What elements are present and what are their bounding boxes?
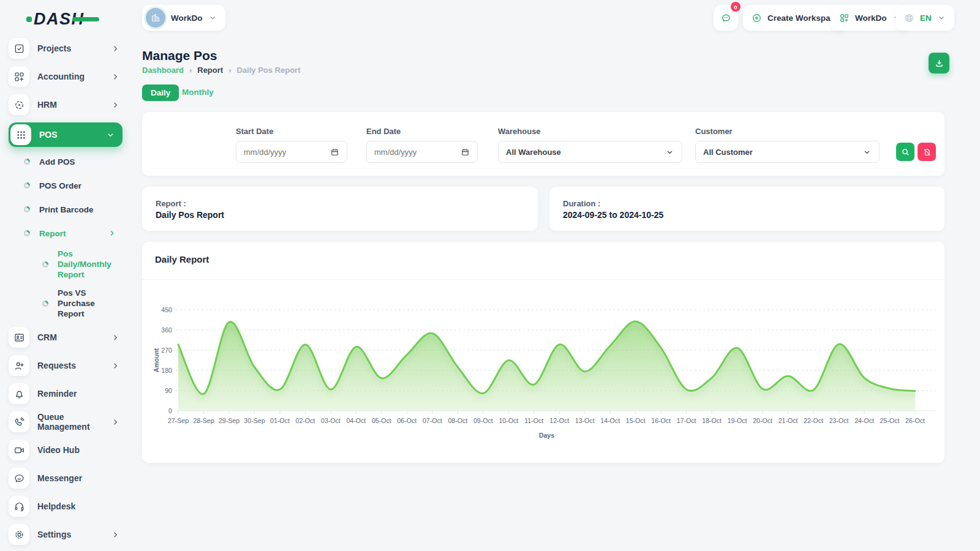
x-tick-label: 11-Oct bbox=[524, 417, 543, 424]
tab-monthly[interactable]: Monthly bbox=[182, 88, 214, 97]
language-selector[interactable]: EN bbox=[895, 5, 954, 31]
sidebar-subitem-pos-vs-purchase-report[interactable]: Pos VS Purchase Report bbox=[42, 288, 123, 319]
sidebar-subitem-label: Pos Daily/Monthly Report bbox=[58, 249, 123, 280]
breadcrumb: Dashboard › Report › Daily Pos Report bbox=[142, 66, 301, 75]
sidebar-subitem-label: POS Order bbox=[39, 181, 81, 191]
x-tick-label: 15-Oct bbox=[626, 417, 646, 424]
chevron-right-icon bbox=[111, 333, 120, 342]
x-tick-label: 19-Oct bbox=[728, 417, 747, 424]
x-tick-label: 22-Oct bbox=[804, 417, 823, 424]
sidebar-subitem-pos-daily-monthly-report[interactable]: Pos Daily/Monthly Report bbox=[42, 249, 123, 280]
x-tick-label: 30-Sep bbox=[244, 417, 265, 424]
sidebar-item-label: HRM bbox=[37, 100, 111, 110]
y-tick-label: 180 bbox=[161, 367, 172, 374]
gear-icon bbox=[13, 529, 25, 541]
check-square-icon bbox=[13, 43, 25, 54]
x-tick-label: 28-Sep bbox=[193, 417, 214, 424]
y-tick-label: 270 bbox=[161, 347, 172, 354]
y-tick-label: 360 bbox=[161, 326, 172, 334]
sidebar-item-video-hub[interactable]: Video Hub bbox=[9, 440, 123, 460]
sidebar-item-messenger[interactable]: Messenger bbox=[9, 468, 123, 489]
id-card-icon bbox=[13, 332, 25, 343]
sidebar-item-settings[interactable]: Settings bbox=[9, 524, 123, 545]
globe-icon bbox=[904, 13, 914, 23]
bell-icon bbox=[13, 388, 25, 400]
x-tick-label: 07-Oct bbox=[423, 417, 442, 424]
divider bbox=[142, 279, 944, 280]
warehouse-select-value: All Warehouse bbox=[506, 148, 561, 157]
x-tick-label: 01-Oct bbox=[270, 417, 290, 424]
messages-button[interactable]: 0 bbox=[714, 5, 738, 31]
page-title: Manage Pos bbox=[142, 48, 217, 63]
x-axis-title: Days bbox=[539, 432, 554, 439]
sidebar-subitem-pos-order[interactable]: POS Order bbox=[23, 177, 123, 194]
x-tick-label: 26-Oct bbox=[905, 417, 925, 424]
breadcrumb-separator: › bbox=[228, 66, 231, 75]
sidebar-item-requests[interactable]: Requests bbox=[9, 355, 123, 376]
sidebar-item-label: Projects bbox=[37, 43, 111, 53]
breadcrumb-report-link[interactable]: Report bbox=[197, 66, 223, 75]
breadcrumb-dashboard-link[interactable]: Dashboard bbox=[142, 66, 184, 75]
x-tick-label: 13-Oct bbox=[575, 417, 595, 424]
x-tick-label: 23-Oct bbox=[829, 417, 849, 424]
chevron-right-icon bbox=[111, 100, 120, 110]
sidebar-item-queue-management[interactable]: Queue Management bbox=[9, 411, 123, 432]
start-date-input[interactable] bbox=[244, 148, 330, 157]
create-workspace-label: Create Workspace bbox=[767, 13, 840, 23]
x-tick-label: 27-Sep bbox=[168, 417, 189, 424]
phone-waves-icon bbox=[13, 416, 25, 428]
chat-bubble-icon bbox=[721, 13, 731, 23]
sidebar-subitem-add-pos[interactable]: Add POS bbox=[23, 153, 123, 170]
brand-logo[interactable]: DASH bbox=[34, 10, 85, 29]
sidebar-subitem-label: Add POS bbox=[39, 157, 75, 167]
sidebar-subitem-print-barcode[interactable]: Print Barcode bbox=[23, 201, 123, 218]
search-button[interactable] bbox=[896, 143, 914, 161]
sidebar-subitem-label: Report bbox=[39, 228, 66, 239]
start-date-input-wrap[interactable] bbox=[236, 141, 347, 163]
reset-filter-button[interactable] bbox=[918, 143, 936, 161]
x-tick-label: 25-Oct bbox=[880, 417, 900, 424]
workspace-chip[interactable]: WorkDo bbox=[142, 5, 225, 31]
warehouse-label: Warehouse bbox=[498, 127, 541, 136]
sidebar-item-helpdesk[interactable]: Helpdesk bbox=[9, 496, 123, 517]
donut-bullet-icon bbox=[23, 230, 31, 237]
sidebar-item-reminder[interactable]: Reminder bbox=[9, 383, 123, 404]
sidebar-item-pos[interactable]: POS bbox=[9, 122, 123, 147]
calendar-icon[interactable] bbox=[330, 148, 339, 157]
brand-logo-text: DASH bbox=[34, 10, 85, 29]
sidebar-item-label: Queue Management bbox=[37, 412, 111, 432]
sidebar-item-accounting[interactable]: Accounting bbox=[9, 66, 123, 87]
y-tick-label: 450 bbox=[161, 306, 172, 313]
sidebar-item-crm[interactable]: CRM bbox=[9, 327, 123, 348]
messages-count-badge: 0 bbox=[731, 2, 741, 12]
report-value: Daily Pos Report bbox=[156, 210, 224, 220]
tab-daily[interactable]: Daily bbox=[142, 84, 179, 101]
duration-summary-card: Duration : 2024-09-25 to 2024-10-25 bbox=[549, 187, 944, 231]
grid-plus-icon bbox=[13, 71, 25, 83]
download-icon bbox=[934, 58, 944, 69]
end-date-input-wrap[interactable] bbox=[366, 141, 478, 163]
chart-title: Daily Report bbox=[155, 254, 209, 264]
end-date-input[interactable] bbox=[374, 148, 461, 157]
x-tick-label: 09-Oct bbox=[473, 417, 493, 424]
chevron-right-icon bbox=[111, 44, 120, 53]
x-tick-label: 05-Oct bbox=[372, 417, 391, 424]
calendar-icon[interactable] bbox=[461, 148, 470, 157]
x-tick-label: 21-Oct bbox=[778, 417, 798, 424]
warehouse-select[interactable]: All Warehouse bbox=[498, 141, 682, 163]
breadcrumb-current: Daily Pos Report bbox=[236, 66, 300, 75]
file-off-icon bbox=[922, 148, 932, 157]
x-tick-label: 16-Oct bbox=[651, 417, 671, 424]
sidebar-item-projects[interactable]: Projects bbox=[9, 38, 123, 59]
logo-bar-accent bbox=[72, 17, 99, 21]
export-download-button[interactable] bbox=[929, 53, 949, 73]
chevron-down-icon bbox=[862, 148, 872, 157]
donut-bullet-icon bbox=[42, 261, 49, 268]
scan-target-icon bbox=[13, 99, 25, 111]
customer-select[interactable]: All Customer bbox=[695, 141, 880, 163]
report-summary-card: Report : Daily Pos Report bbox=[142, 187, 538, 231]
sidebar-item-hrm[interactable]: HRM bbox=[9, 94, 123, 115]
logo-dot-accent bbox=[26, 17, 32, 22]
sidebar-subitem-report[interactable]: Report bbox=[23, 225, 123, 242]
report-label: Report : bbox=[156, 199, 186, 208]
